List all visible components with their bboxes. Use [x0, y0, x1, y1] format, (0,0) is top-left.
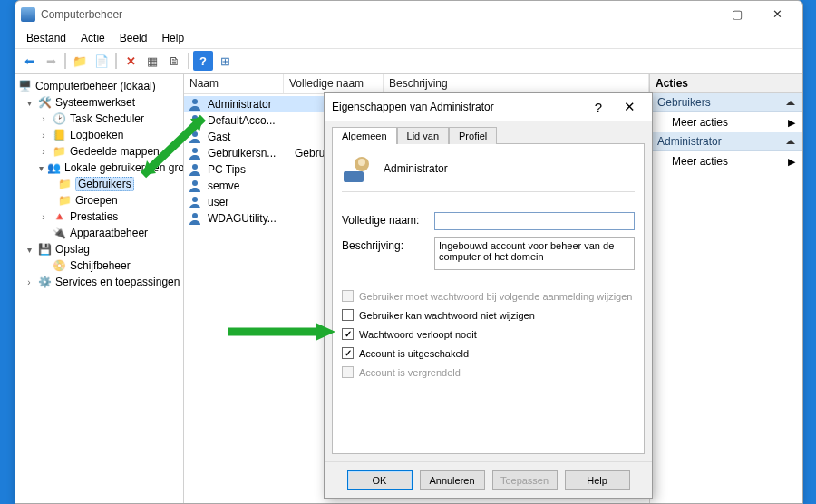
tree-groepen[interactable]: 📁Groepen — [17, 192, 181, 208]
actions-more-1[interactable]: Meer acties▶ — [650, 112, 802, 132]
label-volledige-naam: Volledige naam: — [342, 212, 425, 227]
col-naam[interactable]: Naam — [184, 74, 284, 93]
svg-point-4 — [192, 164, 198, 170]
checkbox-icon[interactable] — [342, 309, 354, 321]
minimize-button[interactable]: — — [677, 2, 717, 27]
dialog-help-button[interactable]: ? — [583, 100, 614, 115]
tree-schijfbeheer[interactable]: 📀Schijfbeheer — [17, 257, 181, 274]
back-button[interactable]: ⬅ — [19, 51, 39, 71]
menu-bestand[interactable]: Bestand — [21, 30, 72, 46]
actions-section-gebruikers[interactable]: Gebruikers — [650, 93, 802, 112]
tree-opslag[interactable]: ▾💾Opslag — [17, 241, 181, 257]
tab-algemeen[interactable]: Algemeen — [332, 127, 397, 144]
tab-lid-van[interactable]: Lid van — [397, 127, 449, 144]
apply-button: Toepassen — [492, 470, 558, 490]
separator — [64, 53, 66, 69]
checkbox-icon[interactable]: ✓ — [342, 347, 354, 359]
actions-pane: Acties Gebruikers Meer acties▶ Administr… — [650, 74, 802, 503]
delete-button[interactable]: ✕ — [121, 51, 141, 71]
dialog-title: Eigenschappen van Administrator — [332, 101, 494, 113]
actions-header: Acties — [650, 74, 802, 93]
checkbox-locked: Account is vergrendeld — [342, 366, 635, 378]
export-button[interactable]: 🗎 — [164, 51, 184, 71]
tree-logboeken[interactable]: ›📒Logboeken — [17, 127, 181, 143]
menubar: Bestand Actie Beeld Help — [15, 28, 802, 48]
svg-point-5 — [192, 180, 198, 186]
chevron-right-icon: ▶ — [788, 156, 795, 168]
tree-gedeelde-mappen[interactable]: ›📁Gedeelde mappen — [17, 143, 181, 160]
titlebar[interactable]: Computerbeheer — ▢ ✕ — [15, 1, 802, 28]
checkbox-must-change: Gebruiker moet wachtwoord bij volgende a… — [342, 290, 635, 302]
tree-services[interactable]: ›⚙️Services en toepassingen — [17, 274, 181, 290]
window-title: Computerbeheer — [41, 8, 122, 21]
maximize-button[interactable]: ▢ — [717, 2, 757, 27]
tree-systeemwerkset[interactable]: ▾🛠️Systeemwerkset — [17, 94, 181, 111]
help-button[interactable]: ? — [193, 51, 213, 71]
input-volledige-naam[interactable] — [434, 212, 635, 230]
tree-root[interactable]: 🖥️Computerbeheer (lokaal) — [17, 78, 181, 94]
up-button[interactable]: 📁 — [70, 51, 90, 71]
menu-actie[interactable]: Actie — [75, 30, 111, 46]
user-icon — [342, 153, 373, 184]
properties-dialog: Eigenschappen van Administrator ? ✕ Alge… — [324, 92, 653, 499]
svg-point-1 — [192, 115, 198, 121]
dialog-tabs: Algemeen Lid van Profiel — [325, 121, 652, 143]
checkbox-disabled[interactable]: ✓Account is uitgeschakeld — [342, 347, 635, 359]
help-button[interactable]: Help — [565, 470, 630, 490]
tree-gebruikers[interactable]: 📁Gebruikers — [17, 176, 181, 192]
ok-button[interactable]: OK — [347, 470, 413, 490]
tree-apparaatbeheer[interactable]: 🔌Apparaatbeheer — [17, 225, 181, 241]
tab-panel: Administrator Volledige naam: Beschrijvi… — [332, 143, 645, 454]
forward-button[interactable]: ➡ — [41, 51, 61, 71]
svg-point-6 — [192, 197, 198, 202]
menu-help[interactable]: Help — [156, 30, 189, 46]
collapse-icon — [786, 140, 795, 144]
chevron-right-icon: ▶ — [788, 117, 795, 129]
close-button[interactable]: ✕ — [757, 2, 797, 27]
toolbar: ⬅ ➡ 📁 📄 ✕ ▦ 🗎 ? ⊞ — [15, 48, 802, 73]
dialog-buttons: OK Annuleren Toepassen Help — [325, 461, 652, 498]
tree-lokale-gebruikers[interactable]: ▾👥Lokale gebruikers en groepen — [17, 160, 181, 176]
svg-point-10 — [358, 159, 365, 166]
refresh-button[interactable]: ▦ — [142, 51, 162, 71]
svg-rect-8 — [344, 171, 364, 182]
svg-point-3 — [192, 148, 198, 153]
dialog-close-button[interactable]: ✕ — [614, 99, 645, 115]
cancel-button[interactable]: Annuleren — [420, 470, 485, 490]
menu-beeld[interactable]: Beeld — [114, 30, 153, 46]
collapse-icon — [786, 101, 795, 105]
dialog-titlebar[interactable]: Eigenschappen van Administrator ? ✕ — [325, 93, 652, 121]
checkbox-icon — [342, 290, 354, 302]
checkbox-icon[interactable]: ✓ — [342, 328, 354, 340]
svg-point-0 — [192, 99, 198, 104]
svg-point-2 — [192, 131, 198, 137]
input-beschrijving[interactable] — [434, 237, 635, 270]
properties-button[interactable]: 📄 — [92, 51, 112, 71]
actions-section-admin[interactable]: Administrator — [650, 132, 802, 151]
tree-prestaties[interactable]: ›🔺Prestaties — [17, 208, 181, 225]
col-beschrijving[interactable]: Beschrijving — [384, 74, 649, 93]
view-button[interactable]: ⊞ — [215, 51, 235, 71]
svg-point-7 — [192, 213, 198, 218]
tree-task-scheduler[interactable]: ›🕑Task Scheduler — [17, 111, 181, 127]
checkbox-icon — [342, 366, 354, 378]
list-header: Naam Volledige naam Beschrijving — [184, 74, 649, 94]
checkbox-never-expires[interactable]: ✓Wachtwoord verloopt nooit — [342, 328, 635, 340]
tab-profiel[interactable]: Profiel — [449, 127, 497, 144]
separator — [115, 53, 117, 69]
checkbox-cannot-change[interactable]: Gebruiker kan wachtwoord niet wijzigen — [342, 309, 635, 321]
tree-view[interactable]: 🖥️Computerbeheer (lokaal) ▾🛠️Systeemwerk… — [15, 74, 184, 503]
col-volledige[interactable]: Volledige naam — [284, 74, 384, 93]
label-beschrijving: Beschrijving: — [342, 237, 425, 252]
dialog-username: Administrator — [384, 162, 448, 175]
app-icon — [21, 7, 35, 22]
separator — [188, 53, 189, 69]
actions-more-2[interactable]: Meer acties▶ — [650, 151, 802, 171]
